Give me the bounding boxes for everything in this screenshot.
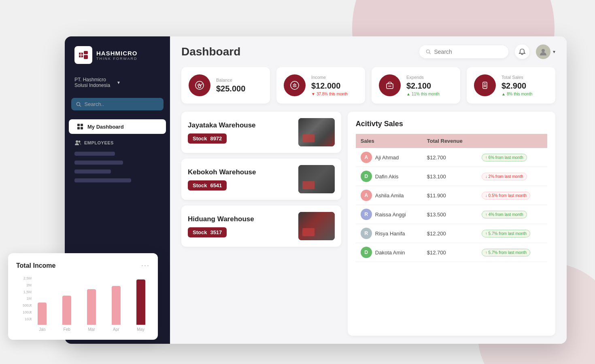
bar-mar (87, 289, 96, 325)
sales-change: ▲8% this month (502, 92, 548, 96)
person-name-0: Aji Ahmad (375, 154, 399, 161)
stock-badge-kebokoh: Stock 6541 (188, 180, 227, 190)
svg-rect-7 (77, 127, 80, 129)
td-person-3: R Raissa Anggi (356, 205, 422, 224)
income-widget: Total Income ··· 2,5M 2M 1,5M 1M 500Jt 1… (8, 253, 158, 340)
activity-card: Acitivty Sales Sales Total Revenue (348, 112, 555, 336)
company-selector[interactable]: PT. Hashmicro Solusi Indonesia ▾ (65, 74, 170, 91)
svg-point-10 (79, 141, 81, 143)
avatar (536, 44, 550, 59)
stat-card-expends: Expends $2.100 ▲11% this month (372, 67, 460, 104)
change-badge-0: ↑ 6% from last month (482, 154, 527, 161)
warehouse-info-hiduang: Hiduang Warehouse Stock 3517 (188, 215, 298, 237)
change-badge-5: ↑ 5.7% from last month (482, 249, 530, 256)
balance-icon (189, 74, 210, 96)
header-search-input[interactable] (434, 49, 502, 55)
bell-icon (518, 48, 526, 55)
person-name-4: Risya Hanifa (375, 231, 405, 237)
td-change-1: ↓ 2% from last month (477, 167, 547, 186)
td-change-2: ↓ 0.5% from last month (477, 186, 547, 205)
svg-line-4 (80, 105, 81, 106)
stat-card-sales: Total Sales $2.900 ▲8% this month (467, 67, 555, 104)
warehouse-name-kebokoh: Kebokoh Warehouse (188, 168, 298, 176)
td-change-3: ↑ 4% from last month (477, 205, 547, 224)
td-person-2: A Ashila Amila (356, 186, 422, 205)
balance-label: Balance (216, 78, 263, 83)
balance-value: $25.000 (216, 84, 263, 93)
main-content: Dashboard (170, 36, 567, 344)
td-revenue-2: $11.900 (422, 186, 477, 205)
avatar-icon (539, 47, 548, 56)
sidebar-search-input[interactable] (85, 101, 159, 107)
warehouse-name-hiduang: Hiduang Warehouse (188, 215, 298, 223)
logo-tagline: THINK FORWARD (96, 57, 138, 61)
warehouse-image-hiduang (298, 212, 335, 240)
td-revenue-5: $12.700 (422, 243, 477, 262)
chart-container: 2,5M 2M 1,5M 1M 500Jt 100Jt 10Jt (16, 276, 150, 332)
header: Dashboard (170, 36, 567, 67)
bottom-row: Jayataka Warehouse Stock 8972 Kebo (181, 112, 555, 336)
search-icon (76, 102, 81, 107)
svg-line-12 (429, 53, 430, 54)
table-header-row: Sales Total Revenue (356, 134, 547, 148)
td-person-4: R Risya Hanifa (356, 224, 422, 243)
warehouse-image-kebokoh (298, 165, 335, 193)
bell-button[interactable] (515, 44, 529, 59)
svg-point-9 (76, 140, 78, 143)
income-widget-title: Total Income (16, 262, 56, 269)
change-badge-2: ↓ 0.5% from last month (482, 192, 530, 199)
income-change: ▼37.8% this month (311, 92, 358, 96)
stat-card-balance: Balance $25.000 (181, 67, 270, 104)
warehouse-card-kebokoh: Kebokoh Warehouse Stock 6541 (181, 159, 341, 200)
bar-jan (38, 303, 47, 325)
balance-info: Balance $25.000 (216, 78, 263, 93)
person-avatar-5: D (361, 247, 372, 258)
svg-rect-5 (77, 124, 80, 126)
td-revenue-0: $12.700 (422, 148, 477, 167)
stats-row: Balance $25.000 (181, 67, 555, 104)
svg-point-22 (484, 83, 486, 85)
td-person-0: A Aji Ahmad (356, 148, 422, 167)
avatar-button[interactable]: ▾ (536, 44, 555, 59)
person-name-2: Ashila Amila (375, 193, 404, 199)
stock-badge-jayataka: Stock 8972 (188, 133, 227, 144)
td-change-0: ↑ 6% from last month (477, 148, 547, 167)
avatar-chevron: ▾ (553, 49, 555, 55)
sidebar-search[interactable] (71, 98, 164, 110)
expends-icon (379, 74, 401, 96)
sidebar-item-dashboard[interactable]: My Dashboard (69, 119, 166, 134)
income-value: $12.000 (311, 81, 358, 91)
logo-icon (74, 46, 92, 64)
employees-section: EMPLOYEES (65, 135, 170, 149)
warehouse-card-hiduang: Hiduang Warehouse Stock 3517 (181, 205, 341, 247)
income-info: Income $12.000 ▼37.8% this month (311, 75, 358, 96)
person-avatar-4: R (361, 228, 372, 239)
svg-point-15 (198, 85, 201, 88)
grid-icon (77, 123, 83, 130)
income-label: Income (311, 75, 358, 80)
chart-bar-mar (83, 289, 101, 325)
stat-card-income: Income $12.000 ▼37.8% this month (276, 67, 365, 104)
warehouse-info-jayataka: Jayataka Warehouse Stock 8972 (188, 121, 298, 144)
table-row: A Aji Ahmad $12.700 ↑ 6% from last month (356, 148, 547, 167)
dashboard-label: My Dashboard (87, 124, 124, 130)
th-change (477, 134, 547, 148)
sales-value: $2.900 (502, 81, 548, 91)
nav-placeholder-3 (74, 169, 111, 174)
logo-name: HASHMICRO (96, 50, 138, 57)
header-search-bar[interactable] (419, 45, 508, 58)
header-right: ▾ (419, 44, 555, 59)
bar-may (136, 279, 145, 325)
expends-value: $2.100 (406, 81, 453, 91)
table-row: A Ashila Amila $11.900 ↓ 0.5% from last … (356, 186, 547, 205)
people-icon (74, 140, 81, 146)
th-revenue: Total Revenue (422, 134, 477, 148)
sidebar-logo: HASHMICRO THINK FORWARD (65, 46, 170, 74)
activity-title: Acitivty Sales (356, 120, 547, 128)
dots-menu-button[interactable]: ··· (141, 261, 150, 270)
nav-placeholder-1 (74, 152, 115, 156)
nav-placeholder-2 (74, 161, 123, 165)
expends-info: Expends $2.100 ▲11% this month (406, 75, 453, 96)
td-revenue-4: $12.200 (422, 224, 477, 243)
svg-rect-8 (81, 127, 83, 129)
